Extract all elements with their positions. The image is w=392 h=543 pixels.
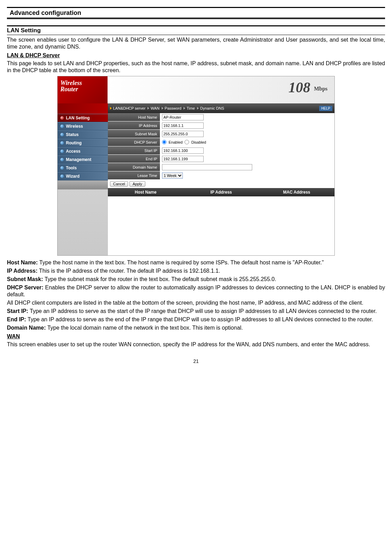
sidebar-item-label: Wizard <box>66 174 79 179</box>
tab-password[interactable]: Password <box>162 106 181 110</box>
sidebar-item-management[interactable]: Management <box>58 155 108 164</box>
dhcp-table-body <box>108 196 334 255</box>
bullet-icon <box>60 175 64 178</box>
dhcp-table-header: Host Name IP Address MAC Address <box>108 188 334 196</box>
label-enabled: Enabled <box>169 140 182 144</box>
para-start-ip: Start IP: Type an IP address to serve as… <box>7 308 385 315</box>
thick-rule-top <box>7 7 385 8</box>
lan-dhcp-description: This page leads to set LAN and DHCP prop… <box>7 60 385 74</box>
triangle-icon <box>162 107 163 110</box>
sidebar-item-wizard[interactable]: Wizard <box>58 172 108 180</box>
para-dhcp-server: DHCP Server: Enables the DHCP server to … <box>7 284 385 298</box>
input-ip-address[interactable] <box>162 122 204 129</box>
label-host-name: Host Name <box>108 113 160 121</box>
page-number: 21 <box>7 358 385 364</box>
tab-bar: LAN&DHCP server WAN Password Time Dynami… <box>108 103 334 113</box>
sidebar-item-tools[interactable]: Tools <box>58 164 108 172</box>
sidebar-item-label: Tools <box>66 166 77 170</box>
triangle-icon <box>110 107 112 110</box>
para-domain-name: Domain Name: Type the local domain name … <box>7 324 385 331</box>
label-domain-name: Domain Name <box>108 163 160 171</box>
label-end-ip: End IP <box>108 155 160 163</box>
label-disabled: Disabled <box>191 140 206 144</box>
tab-time[interactable]: Time <box>184 106 195 110</box>
apply-button[interactable]: Apply <box>129 181 145 187</box>
brand-logo: Wireless Router <box>58 76 108 103</box>
tab-dynamic-dns[interactable]: Dynamic DNS <box>197 106 224 110</box>
para-ip-address: IP Address: This is the IP address of th… <box>7 268 385 274</box>
col-host-name: Host Name <box>108 190 184 195</box>
bullet-icon <box>60 166 64 170</box>
bullet-icon <box>60 133 64 136</box>
speed-logo: 108 Mbps <box>288 79 327 96</box>
tab-wan[interactable]: WAN <box>147 106 159 110</box>
radio-dhcp-enabled[interactable] <box>162 140 167 144</box>
thin-rule <box>7 17 385 18</box>
sidebar-item-label: LAN Setting <box>66 116 90 120</box>
input-start-ip[interactable] <box>162 147 204 154</box>
radio-dhcp-disabled[interactable] <box>185 140 189 144</box>
input-host-name[interactable] <box>162 114 204 120</box>
bullet-icon <box>60 125 64 128</box>
sidebar: LAN Setting Wireless Status Routing Acce… <box>58 103 108 255</box>
input-end-ip[interactable] <box>162 156 204 162</box>
intro-paragraph: The screen enables user to configure the… <box>7 36 385 50</box>
heading-lan-setting: LAN Setting <box>7 26 385 35</box>
bullet-icon <box>60 150 64 153</box>
help-button[interactable]: HELP <box>319 106 332 111</box>
para-host-name: Host Name: Type the host name in the tex… <box>7 259 385 266</box>
label-lease-time: Lease Time <box>108 171 160 179</box>
sidebar-item-label: Wireless <box>66 124 83 129</box>
sidebar-item-routing[interactable]: Routing <box>58 139 108 147</box>
sidebar-item-label: Status <box>66 132 79 137</box>
heading-lan-dhcp: LAN & DHCP Server <box>7 52 385 59</box>
triangle-icon <box>197 107 199 110</box>
thick-rule <box>7 18 385 19</box>
triangle-icon <box>184 107 185 110</box>
col-mac-address: MAC Address <box>259 190 334 195</box>
triangle-icon <box>147 107 149 110</box>
label-ip-address: IP Address <box>108 121 160 129</box>
label-subnet-mask: Subnet Mask <box>108 130 160 138</box>
tab-lan-dhcp[interactable]: LAN&DHCP server <box>110 106 145 110</box>
section-header: Advanced configuration <box>7 9 385 17</box>
bullet-icon <box>60 141 64 145</box>
heading-wan: WAN <box>7 333 385 340</box>
sidebar-item-label: Access <box>66 149 80 154</box>
bullet-icon <box>60 116 64 120</box>
bullet-icon <box>60 158 64 161</box>
sidebar-item-label: Management <box>66 157 91 162</box>
sidebar-item-access[interactable]: Access <box>58 147 108 155</box>
cancel-button[interactable]: Cancel <box>110 181 128 187</box>
sidebar-item-status[interactable]: Status <box>58 130 108 139</box>
para-wan: This screen enables user to set up the r… <box>7 341 385 348</box>
col-ip-address: IP Address <box>184 190 259 195</box>
para-end-ip: End IP: Type an IP address to serve as t… <box>7 316 385 323</box>
sidebar-item-label: Routing <box>66 141 82 145</box>
select-lease-time[interactable]: 1 Week <box>162 172 183 179</box>
label-start-ip: Start IP <box>108 146 160 154</box>
para-dhcp-note: All DHCP client computers are listed in … <box>7 299 385 306</box>
input-domain-name[interactable] <box>162 164 252 170</box>
router-banner: Wireless Router 108 Mbps <box>58 76 334 103</box>
sidebar-item-wireless[interactable]: Wireless <box>58 122 108 130</box>
sidebar-item-lan-setting[interactable]: LAN Setting <box>58 114 108 122</box>
para-subnet-mask: Subnet Mask: Type the subnet mask for th… <box>7 276 385 283</box>
router-screenshot: Wireless Router 108 Mbps LAN Setting Wir… <box>57 76 335 256</box>
input-subnet-mask[interactable] <box>162 131 204 137</box>
label-dhcp-server: DHCP Server <box>108 138 160 146</box>
